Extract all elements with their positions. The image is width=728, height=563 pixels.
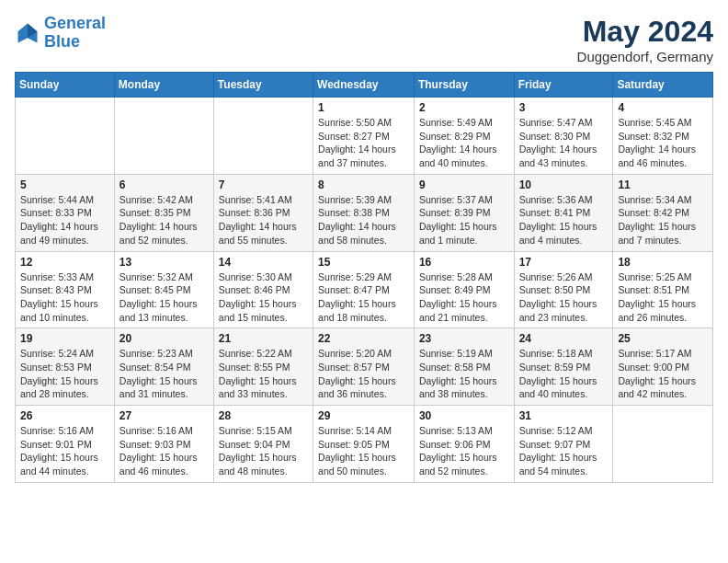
calendar-cell: 28Sunrise: 5:15 AM Sunset: 9:04 PM Dayli… <box>213 406 313 483</box>
day-info: Sunrise: 5:32 AM Sunset: 8:45 PM Dayligh… <box>119 270 209 325</box>
calendar-cell: 8Sunrise: 5:39 AM Sunset: 8:38 PM Daylig… <box>313 174 415 251</box>
day-number: 18 <box>618 256 708 269</box>
calendar-cell: 23Sunrise: 5:19 AM Sunset: 8:58 PM Dayli… <box>414 328 514 406</box>
month-title: May 2024 <box>577 15 713 49</box>
week-row-5: 26Sunrise: 5:16 AM Sunset: 9:01 PM Dayli… <box>16 406 713 483</box>
day-info: Sunrise: 5:41 AM Sunset: 8:36 PM Dayligh… <box>219 193 308 247</box>
weekday-saturday: Saturday <box>613 73 713 98</box>
day-info: Sunrise: 5:39 AM Sunset: 8:38 PM Dayligh… <box>318 193 409 247</box>
day-number: 7 <box>219 178 308 191</box>
day-number: 23 <box>419 332 509 345</box>
week-row-3: 12Sunrise: 5:33 AM Sunset: 8:43 PM Dayli… <box>16 251 713 328</box>
day-info: Sunrise: 5:42 AM Sunset: 8:35 PM Dayligh… <box>119 193 209 247</box>
logo-icon <box>15 20 40 46</box>
day-info: Sunrise: 5:23 AM Sunset: 8:54 PM Dayligh… <box>119 347 209 401</box>
day-number: 14 <box>219 256 308 269</box>
day-info: Sunrise: 5:16 AM Sunset: 9:01 PM Dayligh… <box>20 424 109 478</box>
calendar-cell <box>114 98 213 175</box>
day-info: Sunrise: 5:26 AM Sunset: 8:50 PM Dayligh… <box>519 270 609 325</box>
day-number: 12 <box>20 256 109 269</box>
calendar-cell: 14Sunrise: 5:30 AM Sunset: 8:46 PM Dayli… <box>213 251 313 328</box>
logo-text: General Blue <box>44 15 106 52</box>
day-info: Sunrise: 5:29 AM Sunset: 8:47 PM Dayligh… <box>318 270 409 325</box>
day-info: Sunrise: 5:12 AM Sunset: 9:07 PM Dayligh… <box>519 424 609 478</box>
location: Duggendorf, Germany <box>577 49 713 64</box>
calendar-cell <box>213 98 313 175</box>
calendar-cell: 11Sunrise: 5:34 AM Sunset: 8:42 PM Dayli… <box>613 174 713 251</box>
day-number: 22 <box>318 332 409 345</box>
calendar-cell: 4Sunrise: 5:45 AM Sunset: 8:32 PM Daylig… <box>613 98 713 175</box>
weekday-monday: Monday <box>114 73 213 98</box>
day-info: Sunrise: 5:13 AM Sunset: 9:06 PM Dayligh… <box>419 424 509 478</box>
day-number: 30 <box>419 409 509 422</box>
day-number: 2 <box>419 101 509 114</box>
day-number: 24 <box>519 332 609 345</box>
calendar-cell: 12Sunrise: 5:33 AM Sunset: 8:43 PM Dayli… <box>16 251 115 328</box>
calendar-cell: 26Sunrise: 5:16 AM Sunset: 9:01 PM Dayli… <box>16 406 115 483</box>
calendar-cell: 2Sunrise: 5:49 AM Sunset: 8:29 PM Daylig… <box>414 98 514 175</box>
calendar-cell: 31Sunrise: 5:12 AM Sunset: 9:07 PM Dayli… <box>514 406 613 483</box>
day-info: Sunrise: 5:34 AM Sunset: 8:42 PM Dayligh… <box>618 193 708 247</box>
calendar-cell: 3Sunrise: 5:47 AM Sunset: 8:30 PM Daylig… <box>514 98 613 175</box>
weekday-tuesday: Tuesday <box>213 73 313 98</box>
day-info: Sunrise: 5:37 AM Sunset: 8:39 PM Dayligh… <box>419 193 509 247</box>
day-number: 4 <box>618 101 708 114</box>
day-number: 13 <box>119 256 209 269</box>
calendar-cell: 18Sunrise: 5:25 AM Sunset: 8:51 PM Dayli… <box>613 251 713 328</box>
day-number: 9 <box>419 178 509 191</box>
calendar-body: 1Sunrise: 5:50 AM Sunset: 8:27 PM Daylig… <box>16 98 713 483</box>
day-info: Sunrise: 5:30 AM Sunset: 8:46 PM Dayligh… <box>219 270 308 325</box>
day-number: 10 <box>519 178 609 191</box>
day-info: Sunrise: 5:18 AM Sunset: 8:59 PM Dayligh… <box>519 347 609 401</box>
calendar-cell: 29Sunrise: 5:14 AM Sunset: 9:05 PM Dayli… <box>313 406 415 483</box>
calendar-cell: 30Sunrise: 5:13 AM Sunset: 9:06 PM Dayli… <box>414 406 514 483</box>
weekday-sunday: Sunday <box>16 73 115 98</box>
day-info: Sunrise: 5:47 AM Sunset: 8:30 PM Dayligh… <box>519 116 609 170</box>
day-info: Sunrise: 5:24 AM Sunset: 8:53 PM Dayligh… <box>20 347 109 401</box>
day-number: 6 <box>119 178 209 191</box>
day-info: Sunrise: 5:25 AM Sunset: 8:51 PM Dayligh… <box>618 270 708 325</box>
calendar-cell <box>613 406 713 483</box>
day-number: 1 <box>318 101 409 114</box>
calendar: SundayMondayTuesdayWednesdayThursdayFrid… <box>15 72 713 483</box>
day-info: Sunrise: 5:14 AM Sunset: 9:05 PM Dayligh… <box>318 424 409 478</box>
day-info: Sunrise: 5:33 AM Sunset: 8:43 PM Dayligh… <box>20 270 109 325</box>
weekday-thursday: Thursday <box>414 73 514 98</box>
day-info: Sunrise: 5:50 AM Sunset: 8:27 PM Dayligh… <box>318 116 409 170</box>
day-number: 21 <box>219 332 308 345</box>
day-number: 31 <box>519 409 609 422</box>
calendar-cell: 17Sunrise: 5:26 AM Sunset: 8:50 PM Dayli… <box>514 251 613 328</box>
day-number: 16 <box>419 256 509 269</box>
day-number: 8 <box>318 178 409 191</box>
day-info: Sunrise: 5:45 AM Sunset: 8:32 PM Dayligh… <box>618 116 708 170</box>
day-info: Sunrise: 5:28 AM Sunset: 8:49 PM Dayligh… <box>419 270 509 325</box>
calendar-cell: 21Sunrise: 5:22 AM Sunset: 8:55 PM Dayli… <box>213 328 313 406</box>
weekday-wednesday: Wednesday <box>313 73 415 98</box>
calendar-cell: 27Sunrise: 5:16 AM Sunset: 9:03 PM Dayli… <box>114 406 213 483</box>
calendar-cell: 5Sunrise: 5:44 AM Sunset: 8:33 PM Daylig… <box>16 174 115 251</box>
day-info: Sunrise: 5:17 AM Sunset: 9:00 PM Dayligh… <box>618 347 708 401</box>
calendar-cell: 7Sunrise: 5:41 AM Sunset: 8:36 PM Daylig… <box>213 174 313 251</box>
calendar-cell: 22Sunrise: 5:20 AM Sunset: 8:57 PM Dayli… <box>313 328 415 406</box>
day-info: Sunrise: 5:15 AM Sunset: 9:04 PM Dayligh… <box>219 424 308 478</box>
calendar-cell: 6Sunrise: 5:42 AM Sunset: 8:35 PM Daylig… <box>114 174 213 251</box>
week-row-1: 1Sunrise: 5:50 AM Sunset: 8:27 PM Daylig… <box>16 98 713 175</box>
calendar-cell: 19Sunrise: 5:24 AM Sunset: 8:53 PM Dayli… <box>16 328 115 406</box>
calendar-cell: 13Sunrise: 5:32 AM Sunset: 8:45 PM Dayli… <box>114 251 213 328</box>
page-header: General Blue May 2024 Duggendorf, German… <box>15 15 713 64</box>
day-info: Sunrise: 5:44 AM Sunset: 8:33 PM Dayligh… <box>20 193 109 247</box>
calendar-cell: 1Sunrise: 5:50 AM Sunset: 8:27 PM Daylig… <box>313 98 415 175</box>
week-row-4: 19Sunrise: 5:24 AM Sunset: 8:53 PM Dayli… <box>16 328 713 406</box>
day-number: 27 <box>119 409 209 422</box>
day-info: Sunrise: 5:36 AM Sunset: 8:41 PM Dayligh… <box>519 193 609 247</box>
week-row-2: 5Sunrise: 5:44 AM Sunset: 8:33 PM Daylig… <box>16 174 713 251</box>
calendar-cell: 15Sunrise: 5:29 AM Sunset: 8:47 PM Dayli… <box>313 251 415 328</box>
calendar-header: SundayMondayTuesdayWednesdayThursdayFrid… <box>16 73 713 98</box>
day-info: Sunrise: 5:19 AM Sunset: 8:58 PM Dayligh… <box>419 347 509 401</box>
day-info: Sunrise: 5:20 AM Sunset: 8:57 PM Dayligh… <box>318 347 409 401</box>
title-block: May 2024 Duggendorf, Germany <box>577 15 713 64</box>
day-info: Sunrise: 5:16 AM Sunset: 9:03 PM Dayligh… <box>119 424 209 478</box>
calendar-cell: 16Sunrise: 5:28 AM Sunset: 8:49 PM Dayli… <box>414 251 514 328</box>
day-number: 11 <box>618 178 708 191</box>
calendar-cell: 10Sunrise: 5:36 AM Sunset: 8:41 PM Dayli… <box>514 174 613 251</box>
